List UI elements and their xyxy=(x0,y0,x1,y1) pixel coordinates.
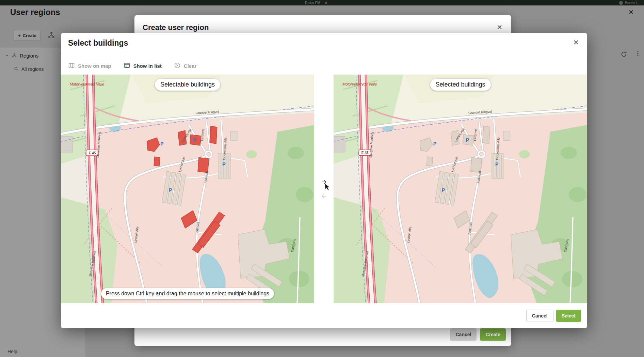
move-left-arrow-button[interactable] xyxy=(319,191,329,201)
clear-label: Clear xyxy=(184,63,197,69)
selected-buildings-map[interactable]: Selected buildings xyxy=(334,75,587,303)
parking-marker: P xyxy=(193,137,196,143)
parking-marker: P xyxy=(466,137,469,143)
selected-building-5[interactable] xyxy=(154,157,160,166)
parking-marker: P xyxy=(495,161,498,167)
svg-text:E 45: E 45 xyxy=(89,151,96,155)
show-on-map-label: Show on map xyxy=(78,63,111,69)
parking-marker: P xyxy=(222,161,225,167)
map-icon xyxy=(68,62,75,70)
create-modal-title: Create user region xyxy=(143,23,209,32)
screen: Dalux FM ✕ Søren L... User regions ✕ + C… xyxy=(0,0,644,357)
create-modal-cancel-button[interactable]: Cancel xyxy=(450,328,477,341)
selected-building-4[interactable] xyxy=(483,126,490,144)
green-patch xyxy=(519,150,530,158)
create-modal-close-icon[interactable]: ✕ xyxy=(497,23,502,31)
select-modal-footer: Cancel Select xyxy=(61,303,587,328)
junction-label: Motorvejskryds Vejle xyxy=(342,82,377,86)
svg-text:E 45: E 45 xyxy=(361,151,369,155)
junction-label: Motorvejskryds Vejle xyxy=(70,82,104,86)
parking-marker: P xyxy=(433,141,436,146)
select-modal-title: Select buildings xyxy=(68,38,128,48)
green-patch xyxy=(246,150,257,158)
list-icon xyxy=(124,62,130,70)
select-modal-toolbar: Show on map Show in list Clear xyxy=(68,58,196,73)
selected-building-4[interactable] xyxy=(210,126,217,144)
select-modal-select-button[interactable]: Select xyxy=(556,310,581,322)
select-modal-close-icon[interactable]: ✕ xyxy=(573,38,579,47)
create-modal-create-button[interactable]: Create xyxy=(480,328,506,341)
maps-row: Selectable buildings Press down Ctrl key… xyxy=(61,75,587,303)
multi-select-instruction-pill: Press down Ctrl key and drag the mouse t… xyxy=(101,288,274,299)
parking-marker: P xyxy=(169,187,172,193)
selectable-buildings-map[interactable]: Selectable buildings Press down Ctrl key… xyxy=(61,75,314,303)
clear-circle-x-icon xyxy=(174,62,181,70)
parking-marker: P xyxy=(442,187,445,193)
selectable-buildings-pill: Selectable buildings xyxy=(155,79,220,91)
show-on-map-button[interactable]: Show on map xyxy=(68,62,111,70)
select-modal-cancel-button[interactable]: Cancel xyxy=(526,310,553,322)
create-modal-footer: Cancel Create xyxy=(450,328,506,341)
selected-building-6[interactable] xyxy=(471,157,482,173)
show-in-list-label: Show in list xyxy=(133,63,162,69)
selected-buildings-pill: Selected buildings xyxy=(430,79,490,91)
map-canvas[interactable]: E 45 Motorvejskryds Vejle Grundet Ringve… xyxy=(61,75,314,303)
clear-button[interactable]: Clear xyxy=(174,62,197,70)
show-in-list-button[interactable]: Show in list xyxy=(124,62,162,70)
move-right-arrow-button[interactable] xyxy=(319,177,329,187)
selected-building-6[interactable] xyxy=(198,157,209,173)
transfer-gutter xyxy=(314,75,334,303)
selected-building-5[interactable] xyxy=(426,157,433,166)
map-canvas[interactable]: E 45 Motorvejskryds Vejle Grundet Ringve… xyxy=(334,75,587,303)
parking-marker: P xyxy=(160,141,163,146)
select-buildings-modal: Select buildings ✕ Show on map Show in l… xyxy=(61,33,587,328)
